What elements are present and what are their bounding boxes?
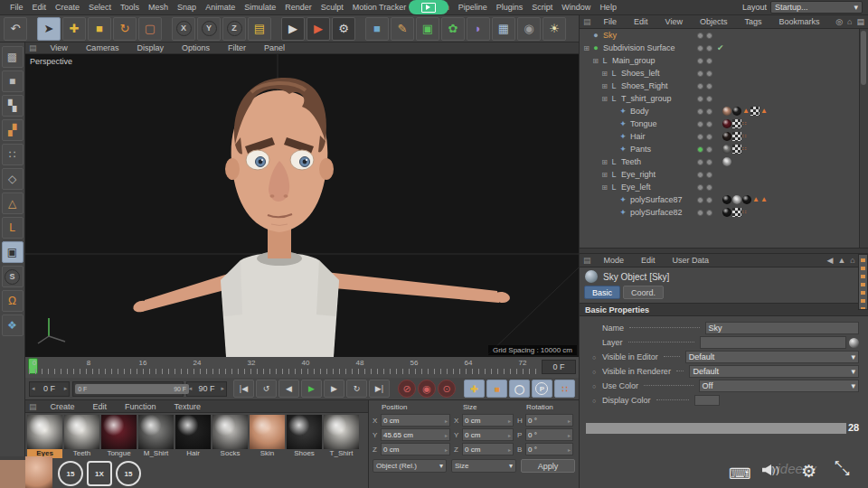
video-progress-bar[interactable]: [586, 423, 846, 434]
home-icon[interactable]: ⌂: [850, 256, 854, 265]
mat-menu-function[interactable]: Function: [120, 401, 161, 412]
key-parameter-toggle[interactable]: P: [532, 380, 552, 398]
coord-field[interactable]: 0 cm▸: [462, 414, 514, 427]
material-thumbnail[interactable]: [250, 415, 285, 449]
visibility-dots[interactable]: [697, 121, 712, 127]
volume-icon[interactable]: )): [762, 465, 779, 475]
timeline-ruler[interactable]: 0 F 081624324048566472: [25, 357, 579, 379]
material-item[interactable]: Eyes: [27, 415, 62, 458]
model-mode-icon[interactable]: ■: [2, 70, 24, 92]
render-picture-viewer-icon[interactable]: ▶: [307, 17, 330, 41]
toggle-dot-icon[interactable]: ○: [592, 369, 599, 375]
uvw-tag-icon[interactable]: [732, 145, 741, 154]
attr-menu-user-data[interactable]: User Data: [668, 255, 714, 266]
material-thumbnail[interactable]: [101, 415, 137, 449]
mat-menu-create[interactable]: Create: [46, 401, 80, 412]
material-tag-icon[interactable]: [722, 107, 731, 116]
expand-toggle-icon[interactable]: ⊞: [591, 57, 599, 65]
key-rotation-toggle[interactable]: ◯: [509, 380, 530, 398]
uvw-tag-icon[interactable]: [732, 132, 741, 141]
toggle-dot-icon[interactable]: ○: [592, 398, 599, 404]
vp-menu-panel[interactable]: Panel: [259, 42, 289, 53]
material-thumbnail[interactable]: [175, 415, 211, 449]
tree-row-body[interactable]: ✦Body▲▲: [580, 105, 868, 117]
snap-icon[interactable]: S: [2, 266, 24, 287]
visibility-dots[interactable]: [697, 184, 712, 191]
undo-icon[interactable]: ↶: [4, 17, 27, 41]
coord-field[interactable]: 0 °▸: [525, 414, 573, 427]
forward-15-button[interactable]: 15: [116, 461, 141, 486]
x-axis-button[interactable]: X: [172, 17, 195, 41]
material-tag-icon[interactable]: [732, 195, 741, 204]
phong-tag-icon[interactable]: ▲: [760, 107, 768, 116]
current-frame-spinner[interactable]: ◂ 0 F ▸: [29, 381, 70, 397]
menu-create[interactable]: Create: [51, 2, 84, 13]
coord-field[interactable]: 45.65 cm▸: [381, 428, 450, 441]
tree-row-t_shirt_group[interactable]: ⊞LT_shirt_group: [580, 92, 868, 105]
menu-snap[interactable]: Snap: [173, 2, 201, 13]
om-menu-objects[interactable]: Objects: [695, 16, 732, 27]
toggle-dot-icon[interactable]: ○: [592, 354, 599, 361]
goto-start-button[interactable]: |◀: [233, 380, 254, 398]
layer-browser-icon[interactable]: [849, 338, 859, 348]
camera-label[interactable]: Perspective: [30, 57, 72, 66]
deformer-icon[interactable]: ◗: [467, 17, 490, 41]
tree-row-hair[interactable]: ✦Hair∷: [580, 130, 868, 143]
coord-field[interactable]: 0 cm▸: [381, 414, 450, 427]
visibility-dots[interactable]: [697, 134, 712, 140]
frame-range-track[interactable]: 0 F 90 F: [75, 384, 189, 394]
frame-range-slider[interactable]: 0 F 90 F: [72, 381, 184, 397]
viewport-solo-icon[interactable]: ▣: [2, 241, 24, 263]
key-scale-toggle[interactable]: ■: [486, 380, 507, 398]
workplane-icon[interactable]: ▞: [2, 119, 24, 141]
panel-splitter[interactable]: [580, 248, 868, 254]
material-tag-icon[interactable]: [732, 107, 741, 116]
om-menu-tags[interactable]: Tags: [740, 16, 766, 27]
layout-icon[interactable]: ▤: [856, 17, 864, 26]
material-tag-icon[interactable]: [722, 157, 731, 166]
name-field[interactable]: Sky: [705, 322, 859, 334]
goto-end-button[interactable]: ▶|: [369, 380, 390, 398]
back-arrow-icon[interactable]: ◀: [826, 256, 833, 265]
visibility-dots[interactable]: [697, 159, 712, 165]
fullscreen-icon[interactable]: ↖↘: [834, 461, 854, 474]
tag-icon[interactable]: ∷: [742, 208, 746, 217]
material-thumbnail[interactable]: [27, 415, 62, 449]
om-menu-edit[interactable]: Edit: [629, 16, 653, 27]
up-arrow-icon[interactable]: ▲: [837, 256, 845, 265]
last-tool-icon[interactable]: ▢: [138, 17, 162, 41]
expand-toggle-icon[interactable]: ⊞: [582, 44, 590, 52]
material-tag-icon[interactable]: [722, 132, 731, 141]
expand-toggle-icon[interactable]: ⊞: [600, 70, 609, 78]
menu-help[interactable]: Help: [595, 2, 621, 13]
attributes-side-tab[interactable]: [858, 254, 868, 310]
spline-pen-icon[interactable]: ✎: [391, 17, 414, 41]
tree-row-subdivision surface[interactable]: ⊞●Subdivision Surface✔: [580, 42, 868, 54]
material-item[interactable]: Tongue: [101, 415, 137, 458]
expand-toggle-icon[interactable]: ⊞: [600, 171, 609, 179]
points-mode-icon[interactable]: ∷: [2, 144, 24, 165]
visible-in-editor-field[interactable]: Default▾: [685, 351, 859, 363]
visibility-dots[interactable]: [697, 96, 712, 102]
mat-menu-edit[interactable]: Edit: [89, 401, 112, 412]
menu-render[interactable]: Render: [280, 2, 316, 13]
menu-animate[interactable]: Animate: [201, 2, 240, 13]
mograph-icon[interactable]: ✿: [441, 17, 465, 41]
coord-field[interactable]: 0 °▸: [525, 428, 573, 441]
material-tag-icon[interactable]: [722, 145, 731, 154]
expand-toggle-icon[interactable]: ⊞: [600, 158, 609, 166]
material-thumbnail[interactable]: [287, 415, 322, 449]
material-tag-icon[interactable]: [742, 195, 751, 204]
uvw-tag-icon[interactable]: [732, 208, 741, 217]
menu-mesh[interactable]: Mesh: [144, 2, 173, 13]
tag-icon[interactable]: ∷: [742, 119, 746, 128]
uvw-tag-icon[interactable]: [750, 107, 760, 116]
material-thumb-skin-row2[interactable]: [25, 456, 52, 488]
visibility-dots[interactable]: [697, 33, 712, 39]
material-thumbnail[interactable]: [64, 415, 99, 449]
keyframe-selection-button[interactable]: ⊙: [438, 380, 456, 398]
material-item[interactable]: Teeth: [64, 415, 99, 458]
menu-file[interactable]: File: [5, 2, 28, 13]
live-selection-icon[interactable]: ➤: [37, 17, 61, 41]
uvw-tag-icon[interactable]: [732, 119, 741, 128]
